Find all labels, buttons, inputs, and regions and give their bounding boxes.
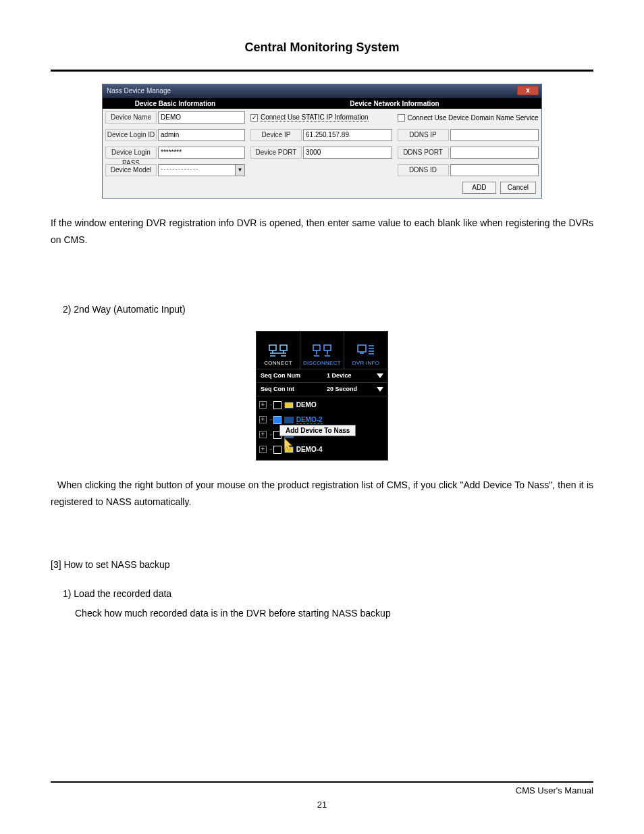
disconnect-icon [313,344,331,357]
dialog-title: Nass Device Manage [107,87,171,95]
connect-icon [269,344,288,357]
expand-icon[interactable]: + [259,401,267,409]
dvr-icon [284,417,294,423]
seq-con-int-label: Seq Con Int [257,386,327,392]
device-ip-input[interactable]: 61.250.157.89 [303,129,392,141]
footer-text: CMS User's Manual [51,785,593,796]
top-rule [51,70,593,72]
static-ip-checkbox[interactable]: ✓ Connect Use STATIC IP Information [250,113,369,122]
device-model-label: Device Model [105,164,157,176]
cursor-icon [281,437,293,452]
ddns-checkbox[interactable]: Connect Use Device Domain Name Service [398,114,539,122]
device-login-id-label: Device Login ID [105,129,157,141]
device-name: DEMO [296,401,317,409]
tree-connector-icon: ··· [269,402,272,408]
page-number: 21 [51,800,593,810]
ddns-id-input[interactable] [450,164,539,176]
network-info-header: Device Network Information [248,98,541,109]
checkbox-icon[interactable] [273,416,281,424]
basic-info-header: Device Basic Information [103,98,248,109]
ddns-label: Connect Use Device Domain Name Service [408,114,539,122]
svg-rect-7 [313,345,320,350]
device-name-input[interactable]: DEMO [158,111,245,124]
heading-2nd-way: 2) 2nd Way (Automatic Input) [63,301,593,318]
checkbox-icon[interactable] [273,446,281,454]
ddns-port-label: DDNS PORT [398,147,449,159]
cancel-button[interactable]: Cancel [500,182,536,194]
dvr-info-icon [356,344,375,357]
footer-rule [51,781,593,783]
connect-tab-label: CONNECT [264,360,292,366]
device-name: DEMO-4 [296,446,323,453]
device-list-item[interactable]: + ··· DEMO-4 [257,442,387,457]
context-menu-item[interactable]: Add Device To Nass [279,425,356,436]
tree-connector-icon: ··· [269,432,272,438]
static-ip-label: Connect Use STATIC IP Information [261,113,369,122]
heading-3: [3] How to set NASS backup [51,556,593,573]
connect-tab[interactable]: CONNECT [257,332,300,369]
device-login-pass-label: Device Login PASS [105,147,157,159]
paragraph-3: Check how much recorded data is in the D… [75,605,593,622]
device-port-label: Device PORT [250,147,302,159]
svg-rect-8 [324,345,331,350]
device-login-id-input[interactable]: admin [158,129,245,141]
ddns-ip-label: DDNS IP [398,129,449,141]
device-login-pass-input[interactable]: ******** [158,147,245,159]
close-button[interactable]: x [517,86,539,95]
dvr-info-tab[interactable]: DVR INFO [344,332,387,369]
device-name: DEMO-2 [296,416,323,424]
device-list-item[interactable]: + ··· DEMO [257,398,387,413]
tree-connector-icon: ··· [269,446,272,452]
tree-connector-icon: ··· [269,417,272,423]
seq-con-int-value: 20 Second [327,386,357,392]
device-model-value: ------------- [159,165,198,172]
svg-rect-13 [358,345,366,352]
dvr-info-tab-label: DVR INFO [352,360,380,366]
ddns-id-label: DDNS ID [398,164,449,176]
disconnect-tab-label: DISCONNECT [303,360,341,366]
heading-3-1: 1) Load the recorded data [63,585,593,602]
expand-icon[interactable]: + [259,416,267,423]
seq-con-num-value: 1 Device [327,372,352,379]
checkbox-icon[interactable] [273,401,281,409]
seq-con-num-label: Seq Con Num [257,372,327,379]
seq-con-int-row[interactable]: Seq Con Int 20 Second [257,383,387,396]
expand-icon[interactable]: + [259,431,267,438]
paragraph-2: When clicking the right button of your m… [51,477,593,511]
seq-con-num-row[interactable]: Seq Con Num 1 Device [257,369,387,383]
svg-rect-1 [280,345,287,350]
dropdown-triangle-icon [377,387,383,392]
dialog-titlebar: Nass Device Manage x [103,84,541,98]
checkbox-icon: ✓ [250,114,258,122]
checkbox-icon [398,114,405,122]
ddns-port-input[interactable] [450,147,539,159]
device-model-select[interactable]: ------------- ▼ [158,164,245,176]
nass-device-manage-dialog: Nass Device Manage x Device Basic Inform… [102,84,542,199]
ddns-ip-input[interactable] [450,129,539,141]
device-ip-label: Device IP [250,129,302,141]
add-button[interactable]: ADD [462,182,496,194]
chevron-down-icon: ▼ [235,165,244,176]
paragraph-1: If the window entering DVR registration … [51,215,593,249]
disconnect-tab[interactable]: DISCONNECT [300,332,344,369]
device-name-label: Device Name [105,111,157,124]
cms-device-panel: CONNECT DISCONNECT [256,331,388,461]
device-port-input[interactable]: 3000 [303,147,392,159]
expand-icon[interactable]: + [259,446,267,453]
dropdown-triangle-icon [377,373,383,378]
device-list-item[interactable]: + ··· DEMO-2 Add Device To Nass [257,413,387,427]
doc-title: Central Monitoring System [51,41,593,55]
dvr-icon [284,402,294,409]
svg-rect-0 [269,345,276,350]
